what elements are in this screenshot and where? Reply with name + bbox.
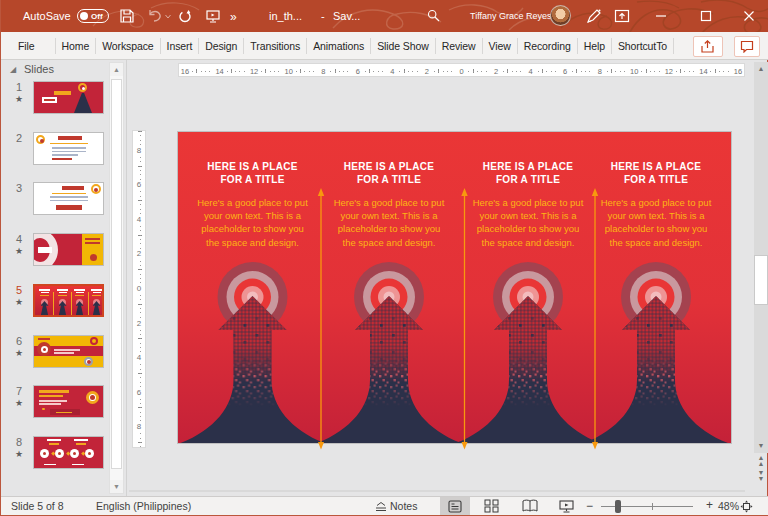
h-ruler-number: 6 — [559, 67, 572, 76]
tab-design[interactable]: Design — [199, 38, 244, 54]
tab-transitions[interactable]: Transitions — [244, 38, 307, 54]
thumbnail-graphic — [56, 412, 72, 414]
share-button[interactable] — [693, 36, 723, 57]
language-indicator[interactable]: English (Philippines) — [96, 500, 191, 512]
tab-slide-show[interactable]: Slide Show — [371, 38, 436, 54]
thumbnail-graphic — [50, 143, 88, 145]
main-vertical-scrollbar[interactable]: ▲ ▼ — [754, 62, 768, 453]
slide-animation-star-icon-6: ★ — [12, 348, 26, 358]
zoom-level[interactable]: 48% — [718, 500, 739, 512]
normal-view-button[interactable] — [440, 497, 470, 515]
more-commands-chevron[interactable]: » — [230, 10, 237, 24]
column-3-body[interactable]: Here's a good place to putyour own text.… — [463, 196, 593, 249]
thumbnail-graphic — [53, 292, 54, 317]
comment-icon — [740, 40, 754, 53]
zoom-out-button[interactable]: − — [586, 499, 593, 513]
notes-button[interactable]: Notes — [390, 500, 417, 512]
thumbnail-graphic — [41, 292, 49, 294]
h-ruler-number: 10 — [282, 67, 295, 76]
column-4-body[interactable]: Here's a good place to putyour own text.… — [591, 196, 721, 249]
tab-home[interactable]: Home — [56, 38, 97, 54]
slide-thumbnail-number-7: 7 — [12, 385, 26, 397]
thumbnail-graphic — [72, 464, 84, 466]
horizontal-ruler: 1614121086420246810121416 — [178, 63, 745, 77]
previous-slide-button[interactable]: ▲▲ — [754, 455, 768, 468]
thumbnail-graphic — [54, 91, 71, 95]
thumbnail-graphic — [43, 452, 46, 455]
thumbnail-graphic — [52, 158, 72, 160]
autosave-toggle[interactable]: Off — [77, 9, 109, 23]
user-avatar[interactable] — [550, 5, 571, 26]
horizontal-scrollbar[interactable] — [129, 490, 745, 492]
slide-thumbnail-3[interactable] — [33, 182, 104, 215]
reading-view-button[interactable] — [515, 497, 545, 515]
slide-thumbnail-number-4: 4 — [12, 233, 26, 245]
draw-pen-icon[interactable] — [585, 8, 602, 25]
redo-icon[interactable] — [177, 8, 193, 24]
thumbnail-graphic — [75, 295, 84, 296]
minimize-button[interactable] — [653, 11, 669, 21]
undo-dropdown-chevron-icon[interactable] — [164, 8, 172, 24]
start-presentation-icon[interactable] — [205, 8, 221, 24]
user-name[interactable]: Tiffany Grace Reyes — [470, 11, 552, 21]
column-2-title[interactable]: HERE IS A PLACE FOR A TITLE — [314, 161, 464, 186]
tab-shortcutto[interactable]: ShortcutTo — [612, 38, 674, 54]
slides-scroll-up-icon[interactable]: ▲ — [110, 63, 123, 76]
slide-animation-star-icon-8: ★ — [12, 449, 26, 459]
h-ruler-number: 12 — [662, 67, 675, 76]
thumbnail-graphic — [58, 295, 67, 296]
scroll-down-icon[interactable]: ▼ — [754, 439, 768, 453]
next-slide-button[interactable]: ▼▼ — [754, 470, 768, 483]
column-1-title[interactable]: HERE IS A PLACE FOR A TITLE — [178, 161, 328, 186]
slide-sorter-view-button[interactable] — [476, 497, 506, 515]
slide-thumbnail-8[interactable] — [33, 436, 104, 469]
normal-view-icon — [448, 500, 462, 513]
thumbnail-graphic — [39, 400, 67, 402]
main-scrollbar-thumb[interactable] — [754, 255, 768, 305]
v-ruler-number: 8 — [133, 422, 145, 432]
v-ruler-number: 6 — [133, 388, 145, 398]
slide-thumbnail-5[interactable] — [33, 284, 104, 317]
scroll-up-icon[interactable]: ▲ — [754, 62, 768, 76]
fit-slide-to-window-icon[interactable] — [740, 500, 753, 513]
slide-thumbnail-number-3: 3 — [12, 182, 26, 194]
ribbon-display-options-icon[interactable] — [614, 8, 630, 24]
slides-panel-collapse-icon[interactable]: ◢ — [10, 65, 16, 74]
search-icon[interactable] — [427, 9, 440, 22]
comments-button[interactable] — [734, 36, 760, 57]
tab-workspace[interactable]: Workspace — [96, 38, 160, 54]
tab-view[interactable]: View — [483, 38, 518, 54]
slide-thumbnail-1[interactable] — [33, 81, 104, 114]
slides-scrollbar-thumb[interactable] — [111, 79, 122, 469]
close-button[interactable] — [741, 8, 757, 24]
column-2-body[interactable]: Here's a good place to putyour own text.… — [324, 196, 454, 249]
slide-canvas[interactable]: HERE IS A PLACE FOR A TITLE HERE IS A PL… — [178, 132, 731, 443]
save-icon[interactable] — [119, 8, 135, 24]
tab-animations[interactable]: Animations — [307, 38, 371, 54]
tab-insert[interactable]: Insert — [161, 38, 200, 54]
column-1-body[interactable]: Here's a good place to putyour own text.… — [188, 196, 318, 249]
zoom-in-button[interactable]: + — [706, 498, 713, 512]
thumbnail-graphic — [44, 464, 56, 466]
slide-thumbnail-2[interactable] — [33, 132, 104, 165]
thumbnail-graphic — [92, 295, 101, 296]
h-ruler-number: 12 — [248, 67, 261, 76]
slide-indicator[interactable]: Slide 5 of 8 — [11, 500, 64, 512]
undo-icon[interactable] — [147, 8, 163, 24]
v-ruler-number: 4 — [133, 215, 145, 225]
slideshow-view-button[interactable] — [551, 497, 581, 515]
tab-review[interactable]: Review — [436, 38, 483, 54]
zoom-slider-thumb[interactable] — [615, 500, 621, 513]
column-4-title[interactable]: HERE IS A PLACE FOR A TITLE — [581, 161, 731, 186]
tab-help[interactable]: Help — [578, 38, 612, 54]
maximize-button[interactable] — [698, 8, 714, 24]
thumbnail-graphic — [74, 289, 85, 291]
slide-thumbnail-6[interactable] — [33, 335, 104, 368]
slide-thumbnail-7[interactable] — [33, 385, 104, 418]
tab-recording[interactable]: Recording — [518, 38, 578, 54]
slides-panel-scrollbar[interactable]: ▲ ▼ — [109, 62, 124, 494]
thumbnail-graphic — [74, 439, 88, 441]
slide-thumbnail-4[interactable] — [33, 233, 104, 266]
slides-scroll-down-icon[interactable]: ▼ — [110, 480, 123, 493]
tab-file[interactable]: File — [12, 38, 56, 54]
